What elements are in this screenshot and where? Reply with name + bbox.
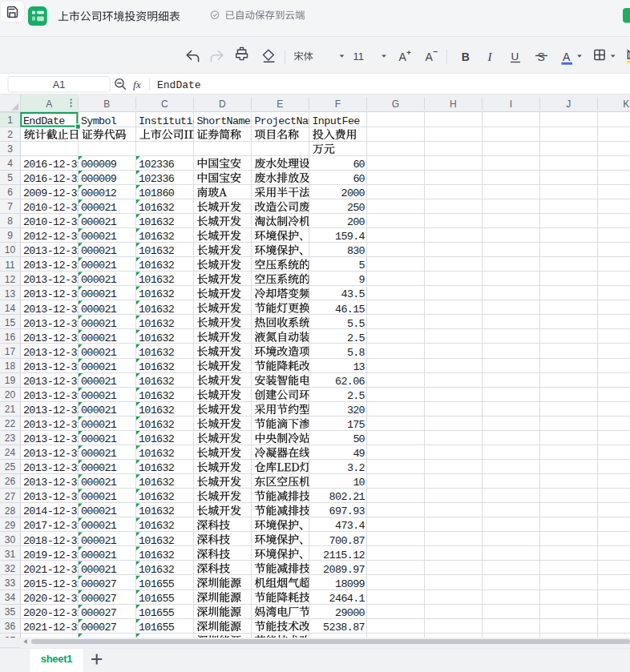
- svg-text:19: 19: [5, 375, 16, 386]
- svg-text:101655: 101655: [139, 593, 175, 605]
- svg-text:000021: 000021: [81, 361, 117, 373]
- svg-text:EndDate: EndDate: [23, 115, 66, 127]
- svg-text:2013-12-31: 2013-12-31: [23, 288, 83, 300]
- svg-text:101632: 101632: [139, 535, 175, 547]
- svg-text:101632: 101632: [139, 318, 175, 330]
- svg-text:A1: A1: [53, 79, 65, 91]
- svg-text:12: 12: [5, 274, 16, 285]
- svg-text:101632: 101632: [139, 202, 175, 214]
- svg-text:000021: 000021: [81, 448, 117, 460]
- svg-text:000021: 000021: [81, 288, 117, 300]
- svg-text:102336: 102336: [139, 173, 175, 185]
- svg-text:000021: 000021: [81, 260, 117, 272]
- svg-text:2013-12-31: 2013-12-31: [23, 318, 83, 330]
- svg-text:101632: 101632: [139, 433, 175, 445]
- svg-text:2.5: 2.5: [347, 332, 365, 344]
- svg-text:000021: 000021: [81, 505, 117, 517]
- svg-text:2017-12-31: 2017-12-31: [23, 520, 83, 532]
- svg-text:35: 35: [5, 606, 16, 618]
- svg-text:13: 13: [5, 288, 16, 300]
- svg-text:A: A: [46, 99, 52, 110]
- svg-text:30: 30: [5, 534, 16, 545]
- svg-text:29000: 29000: [335, 607, 365, 619]
- svg-text:000021: 000021: [81, 304, 117, 316]
- svg-text:101632: 101632: [139, 549, 175, 561]
- svg-text:46.15: 46.15: [335, 304, 365, 316]
- svg-text:I: I: [487, 50, 493, 63]
- svg-text:000021: 000021: [81, 202, 117, 214]
- svg-text:36: 36: [5, 621, 16, 632]
- svg-text:2013-12-31: 2013-12-31: [23, 260, 83, 272]
- svg-text:2013-12-31: 2013-12-31: [23, 404, 83, 416]
- svg-text:2013-12-31: 2013-12-31: [23, 448, 83, 460]
- svg-text:000021: 000021: [81, 491, 117, 503]
- svg-text:802.21: 802.21: [329, 491, 365, 503]
- svg-text:000021: 000021: [81, 332, 117, 344]
- svg-text:5: 5: [7, 172, 13, 183]
- svg-text:2013-12-31: 2013-12-31: [23, 433, 83, 445]
- svg-text:9: 9: [359, 274, 365, 286]
- svg-text:2089.97: 2089.97: [323, 564, 365, 576]
- svg-text:A: A: [426, 50, 434, 63]
- svg-text:EndDate: EndDate: [157, 79, 201, 91]
- svg-text:28: 28: [5, 505, 16, 517]
- svg-text:2016-12-31: 2016-12-31: [23, 173, 83, 185]
- svg-text:23: 23: [5, 433, 16, 444]
- svg-text:1: 1: [7, 115, 13, 126]
- svg-text:101655: 101655: [139, 607, 175, 619]
- svg-text:700.87: 700.87: [329, 535, 365, 547]
- svg-text:000021: 000021: [81, 549, 117, 561]
- svg-text:11: 11: [353, 50, 365, 62]
- svg-text:102336: 102336: [139, 159, 175, 171]
- svg-text:2013-12-31: 2013-12-31: [23, 491, 83, 503]
- svg-text:50: 50: [353, 433, 365, 445]
- svg-text:159.4: 159.4: [335, 231, 365, 243]
- svg-text:8: 8: [7, 215, 13, 227]
- svg-text:2013-12-31: 2013-12-31: [23, 274, 83, 286]
- svg-text:000021: 000021: [81, 477, 117, 489]
- svg-text:10: 10: [353, 477, 365, 489]
- svg-text:2115.12: 2115.12: [323, 549, 365, 561]
- svg-text:2021-12-31: 2021-12-31: [23, 622, 83, 634]
- svg-text:101632: 101632: [139, 448, 175, 460]
- svg-text:101632: 101632: [139, 332, 175, 344]
- svg-text:A: A: [563, 50, 571, 63]
- svg-text:200: 200: [347, 216, 365, 228]
- svg-text:60: 60: [353, 159, 365, 171]
- svg-text:14: 14: [5, 303, 16, 314]
- svg-text:473.4: 473.4: [335, 520, 365, 532]
- svg-text:ShortName: ShortName: [196, 115, 251, 127]
- svg-text:22: 22: [5, 418, 16, 429]
- svg-text:101632: 101632: [139, 231, 175, 243]
- svg-text:I: I: [510, 99, 512, 110]
- svg-text:2000: 2000: [341, 187, 365, 199]
- svg-text:InputFee: InputFee: [312, 115, 360, 127]
- svg-text:2010-12-31: 2010-12-31: [23, 216, 83, 228]
- svg-text:K: K: [623, 99, 629, 110]
- svg-text:101655: 101655: [139, 578, 175, 590]
- svg-text:175: 175: [347, 419, 365, 431]
- svg-text:15: 15: [5, 317, 16, 328]
- svg-text:000021: 000021: [81, 347, 117, 359]
- svg-text:101632: 101632: [139, 419, 175, 431]
- svg-text:101632: 101632: [139, 260, 175, 272]
- svg-text:3: 3: [7, 143, 13, 155]
- svg-text:7: 7: [7, 201, 13, 212]
- svg-text:101632: 101632: [139, 491, 175, 503]
- svg-text:2010-12-31: 2010-12-31: [23, 202, 83, 214]
- svg-text:830: 830: [347, 245, 365, 257]
- svg-text:2013-12-31: 2013-12-31: [23, 419, 83, 431]
- svg-text:101632: 101632: [139, 304, 175, 316]
- svg-text:101632: 101632: [139, 390, 175, 402]
- svg-text:000021: 000021: [81, 245, 117, 257]
- svg-text:000009: 000009: [81, 173, 117, 185]
- svg-text:2: 2: [7, 129, 13, 140]
- svg-text:18: 18: [5, 360, 16, 372]
- svg-text:5: 5: [359, 260, 365, 272]
- svg-text:2013-12-31: 2013-12-31: [23, 462, 83, 474]
- svg-text:fx: fx: [133, 78, 141, 91]
- svg-text:2019-12-31: 2019-12-31: [23, 549, 83, 561]
- svg-text:2015-12-31: 2015-12-31: [23, 578, 83, 590]
- svg-text:101632: 101632: [139, 376, 175, 388]
- svg-text:49: 49: [353, 448, 365, 460]
